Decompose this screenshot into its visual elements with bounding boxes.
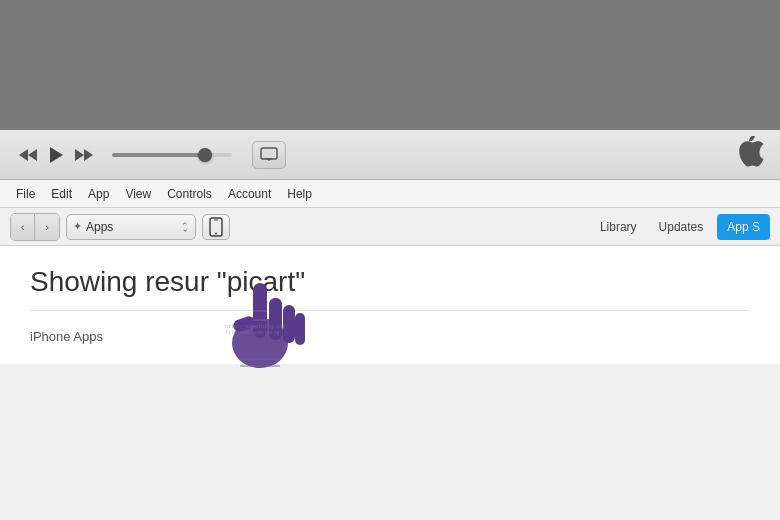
menu-account[interactable]: Account bbox=[222, 185, 277, 203]
results-text-prefix: Showing resu bbox=[30, 266, 200, 297]
menu-controls[interactable]: Controls bbox=[161, 185, 218, 203]
svg-marker-0 bbox=[19, 149, 28, 161]
content-area: Showing resur "picart" iPhone Apps bbox=[0, 246, 780, 364]
menu-view[interactable]: View bbox=[119, 185, 157, 203]
progress-knob bbox=[198, 148, 212, 162]
section-dropdown[interactable]: ✦ Apps ⌃ ⌃ bbox=[66, 214, 196, 240]
results-text-suffix: r "picart" bbox=[200, 266, 305, 297]
top-background bbox=[0, 0, 780, 130]
library-button[interactable]: Library bbox=[592, 217, 645, 237]
menu-bar: File Edit App View Controls Account Help bbox=[0, 180, 780, 208]
updates-button[interactable]: Updates bbox=[651, 217, 712, 237]
svg-marker-2 bbox=[50, 147, 63, 163]
itunes-window: File Edit App View Controls Account Help… bbox=[0, 130, 780, 520]
menu-app[interactable]: App bbox=[82, 185, 115, 203]
rewind-button[interactable] bbox=[16, 145, 40, 165]
phone-icon bbox=[209, 217, 223, 237]
nav-back-button[interactable]: ‹ bbox=[11, 214, 35, 240]
toolbar bbox=[0, 130, 780, 180]
nav-bar: ‹ › ✦ Apps ⌃ ⌃ Library Updates App S bbox=[0, 208, 780, 246]
nav-right: Library Updates App S bbox=[592, 214, 770, 240]
svg-marker-4 bbox=[84, 149, 93, 161]
airplay-icon bbox=[260, 147, 278, 163]
progress-bar[interactable] bbox=[112, 153, 232, 157]
menu-file[interactable]: File bbox=[10, 185, 41, 203]
menu-help[interactable]: Help bbox=[281, 185, 318, 203]
section-label: Apps bbox=[86, 220, 177, 234]
airplay-button[interactable] bbox=[252, 141, 286, 169]
nav-forward-button[interactable]: › bbox=[35, 214, 59, 240]
app-store-button[interactable]: App S bbox=[717, 214, 770, 240]
results-heading: Showing resur "picart" bbox=[30, 266, 750, 311]
svg-marker-1 bbox=[28, 149, 37, 161]
svg-rect-5 bbox=[261, 148, 277, 159]
transport-controls bbox=[16, 144, 96, 166]
device-button[interactable] bbox=[202, 214, 230, 240]
menu-edit[interactable]: Edit bbox=[45, 185, 78, 203]
nav-arrows: ‹ › bbox=[10, 213, 60, 241]
apple-logo bbox=[736, 136, 764, 174]
fast-forward-button[interactable] bbox=[72, 145, 96, 165]
iphone-apps-label: iPhone Apps bbox=[30, 329, 750, 344]
svg-marker-3 bbox=[75, 149, 84, 161]
progress-fill bbox=[112, 153, 202, 157]
play-button[interactable] bbox=[46, 144, 66, 166]
dropdown-arrow-icon: ⌃ ⌃ bbox=[181, 221, 189, 233]
svg-point-8 bbox=[215, 232, 217, 234]
section-icon: ✦ bbox=[73, 220, 82, 233]
